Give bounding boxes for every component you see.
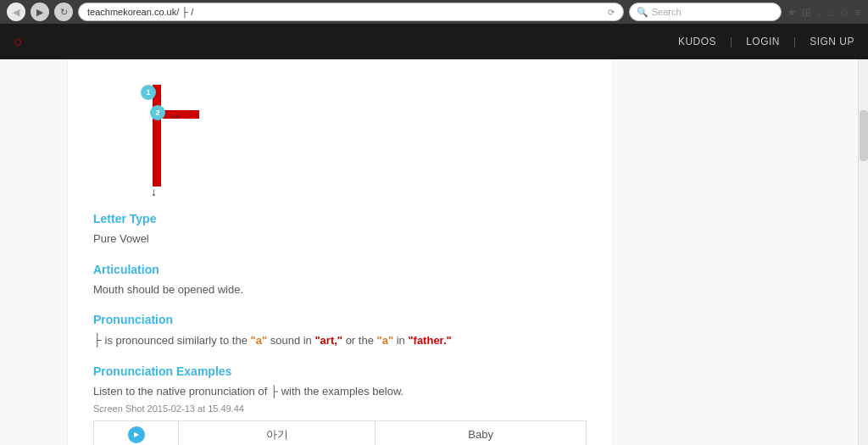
pronunciation-examples-intro: Listen to the native pronunciation of ├ …: [93, 383, 587, 400]
pronunciation-table: ▶ 아기 Baby ▶ 아이 Child ▶ 사람: [93, 420, 587, 446]
pron-ex-intro-text: Listen to the native pronunciation of ├ …: [93, 385, 403, 398]
content-area: 1 2 → ↓ Letter Type Pure Vowel Articulat…: [68, 59, 612, 445]
nav-divider-2: |: [793, 36, 796, 47]
kudos-link[interactable]: KUDOS: [678, 36, 716, 47]
signup-link[interactable]: SIGN UP: [810, 36, 854, 47]
down-arrow: ↓: [151, 185, 157, 198]
right-arrow: →: [168, 108, 181, 124]
home-icon[interactable]: ⌂: [826, 6, 833, 19]
korean-word-1: 아기: [179, 420, 376, 445]
scrollbar-track[interactable]: [858, 59, 868, 445]
letter-type-title: Letter Type: [93, 212, 587, 225]
pronunciation-content: ├ is pronounced similarly to the "a" sou…: [93, 331, 587, 349]
browser-chrome: ◀ ▶ ↻ teachmekorean.co.uk/ ├ / ⟳ 🔍 Searc…: [0, 0, 868, 24]
pron-word1: "art,": [314, 334, 342, 347]
site-nav: ○ KUDOS | LOGIN | SIGN UP: [0, 24, 868, 59]
pron-char: ├: [93, 333, 102, 347]
pronunciation-examples-section: Pronunciation Examples Listen to the nat…: [93, 364, 587, 445]
login-link[interactable]: LOGIN: [746, 36, 780, 47]
stroke-diagram: 1 2 → ↓: [119, 85, 220, 195]
right-sidebar: [612, 59, 858, 445]
pronunciation-section: Pronunciation ├ is pronounced similarly …: [93, 313, 587, 349]
screenshot-label: Screen Shot 2015-02-13 at 15.49.44: [93, 403, 587, 414]
pron-example2-quote: "a": [376, 334, 393, 347]
url-text: teachmekorean.co.uk/ ├ /: [87, 7, 193, 17]
bookmark-icon[interactable]: ★: [787, 6, 797, 19]
search-bar[interactable]: 🔍 Search: [629, 3, 782, 21]
download-icon[interactable]: ↓: [816, 6, 822, 19]
grid-icon[interactable]: ⊞: [802, 6, 811, 19]
browser-toolbar-right: ★ ⊞ ↓ ⌂ ☺ ≡: [787, 6, 861, 19]
letter-type-content: Pure Vowel: [93, 231, 587, 248]
site-nav-links: KUDOS | LOGIN | SIGN UP: [678, 36, 854, 47]
pron-word2: "father.": [408, 334, 451, 347]
articulation-section: Articulation Mouth should be opened wide…: [93, 263, 587, 298]
menu-icon[interactable]: ≡: [854, 6, 861, 19]
table-row: ▶ 아기 Baby: [94, 420, 587, 445]
pronunciation-examples-title: Pronunciation Examples: [93, 364, 587, 378]
letter-type-section: Letter Type Pure Vowel: [93, 212, 587, 248]
articulation-content: Mouth should be opened wide.: [93, 281, 587, 298]
english-word-1: Baby: [376, 420, 587, 445]
scrollbar-thumb[interactable]: [860, 110, 868, 161]
refresh-button[interactable]: ↻: [54, 3, 73, 21]
pron-example1-quote: "a": [251, 334, 268, 347]
face-icon[interactable]: ☺: [838, 6, 849, 19]
nav-divider-1: |: [730, 36, 732, 47]
step1-badge: 1: [141, 85, 156, 100]
left-sidebar: [0, 59, 68, 445]
url-bar[interactable]: teachmekorean.co.uk/ ├ / ⟳: [78, 3, 624, 21]
search-icon: 🔍: [637, 7, 648, 18]
back-button[interactable]: ◀: [7, 3, 25, 21]
play-button-1[interactable]: ▶: [128, 426, 145, 443]
forward-button[interactable]: ▶: [31, 3, 49, 21]
articulation-title: Articulation: [93, 263, 587, 276]
site-logo: ○: [14, 33, 23, 51]
pronunciation-title: Pronunciation: [93, 313, 587, 326]
main-content: 1 2 → ↓ Letter Type Pure Vowel Articulat…: [0, 59, 868, 445]
step2-badge: 2: [150, 105, 165, 120]
search-placeholder: Search: [652, 7, 682, 17]
